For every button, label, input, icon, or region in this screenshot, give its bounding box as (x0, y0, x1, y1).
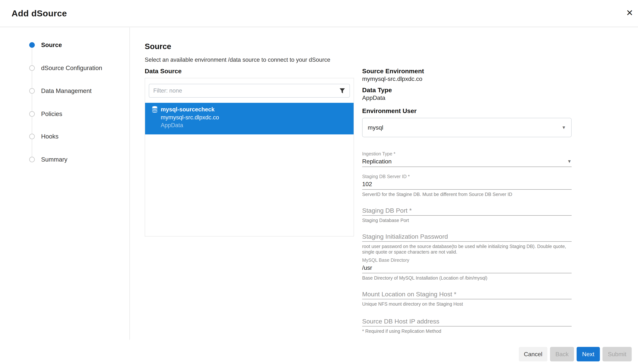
step-dot-active (29, 42, 35, 48)
step-dot (29, 134, 35, 139)
field-helper: root user password on the source databas… (362, 244, 571, 255)
filter-field[interactable] (149, 84, 350, 98)
sidebar-divider (130, 28, 130, 340)
mysql-base-directory-input[interactable]: /usr (362, 264, 571, 273)
step-label: Hooks (41, 133, 59, 140)
step-dsource-configuration[interactable]: dSource Configuration (29, 64, 102, 72)
step-label: Source (41, 42, 62, 48)
field-label: Ingestion Type * (362, 151, 571, 156)
step-summary[interactable]: Summary (29, 156, 67, 164)
filter-funnel-icon[interactable] (339, 88, 345, 94)
source-db-host-ip-input[interactable]: Source DB Host IP address (362, 318, 571, 326)
data-source-panel: mysql-sourcecheck mymysql-src.dlpxdc.co … (145, 78, 354, 236)
dialog-header: Add dSource ✕ (0, 0, 638, 27)
field-value: /usr (362, 264, 372, 272)
field-helper: Staging Database Port (362, 218, 571, 223)
source-environment-value: mymysql-src.dlpxdc.co (362, 75, 571, 82)
details-column: Source Environment mymysql-src.dlpxdc.co… (362, 67, 571, 334)
field-helper: * Required if using Replication Method (362, 328, 571, 334)
environment-user-select[interactable]: mysql ▼ (362, 118, 571, 137)
staging-db-server-id-input[interactable]: 102 (362, 180, 571, 190)
field-helper: Base Directory of MySQL Installation (Lo… (362, 275, 571, 281)
database-icon (152, 106, 158, 113)
step-label: Data Management (41, 87, 92, 94)
section-heading: Source (145, 42, 171, 51)
field-label: Staging DB Server ID * (362, 174, 571, 179)
next-button[interactable]: Next (577, 347, 600, 362)
field-label: Staging DB Port * (362, 207, 412, 214)
field-label: Staging Initialization Password (362, 233, 448, 240)
source-host: mymysql-src.dlpxdc.co (161, 114, 354, 122)
field-staging-db-server-id: Staging DB Server ID * 102 ServerID for … (362, 174, 571, 197)
field-staging-initialization-password: Staging Initialization Password root use… (362, 233, 571, 255)
field-value: 102 (362, 180, 372, 188)
staging-db-port-input[interactable]: Staging DB Port * (362, 207, 571, 216)
chevron-down-icon: ▼ (567, 159, 571, 164)
source-environment-label: Source Environment (362, 67, 571, 75)
data-source-list-item-selected[interactable]: mysql-sourcecheck mymysql-src.dlpxdc.co … (145, 103, 354, 134)
cancel-button[interactable]: Cancel (519, 347, 547, 362)
page-title: Add dSource (12, 8, 67, 18)
chevron-down-icon: ▼ (561, 125, 566, 130)
field-value: Replication (362, 158, 392, 165)
step-label: dSource Configuration (41, 64, 102, 72)
close-icon[interactable]: ✕ (624, 8, 635, 18)
step-label: Policies (41, 110, 62, 118)
source-data-type: AppData (161, 122, 354, 129)
environment-user-value: mysql (368, 124, 383, 131)
source-name: mysql-sourcecheck (161, 106, 215, 113)
field-helper: ServerID for the Stagine DB. Must be dif… (362, 192, 571, 197)
data-source-label: Data Source (145, 67, 182, 75)
section-subtitle: Select an available environment /data so… (145, 56, 330, 63)
step-dot (29, 111, 35, 117)
mount-location-input[interactable]: Mount Location on Staging Host * (362, 290, 571, 299)
field-helper: Unique NFS mount directory on the Stagin… (362, 301, 571, 307)
filter-input[interactable] (153, 87, 339, 94)
step-data-management[interactable]: Data Management (29, 87, 92, 95)
back-button: Back (550, 347, 574, 362)
step-label: Summary (41, 156, 67, 163)
step-dot (29, 157, 35, 162)
field-staging-db-port: Staging DB Port * Staging Database Port (362, 207, 571, 223)
step-policies[interactable]: Policies (29, 110, 62, 118)
field-mysql-base-directory: MySQL Base Directory /usr Base Directory… (362, 257, 571, 281)
step-source[interactable]: Source (29, 41, 62, 49)
field-mount-location-staging-host: Mount Location on Staging Host * Unique … (362, 290, 571, 307)
step-dot (29, 65, 35, 71)
field-source-db-host-ip: Source DB Host IP address * Required if … (362, 318, 571, 334)
ingestion-type-select[interactable]: Replication ▼ (362, 158, 571, 167)
staging-initialization-password-input[interactable]: Staging Initialization Password (362, 233, 571, 242)
environment-user-label: Environment User (362, 107, 571, 115)
dialog-footer: Cancel Back Next Submit (519, 347, 632, 362)
field-label: MySQL Base Directory (362, 257, 571, 263)
step-dot (29, 88, 35, 94)
data-type-label: Data Type (362, 86, 571, 94)
step-hooks[interactable]: Hooks (29, 132, 59, 140)
data-type-value: AppData (362, 94, 571, 102)
field-ingestion-type: Ingestion Type * Replication ▼ (362, 151, 571, 167)
field-label: Mount Location on Staging Host * (362, 290, 456, 298)
stepper-connector-line (32, 45, 32, 160)
field-label: Source DB Host IP address (362, 318, 439, 325)
submit-button: Submit (602, 347, 632, 362)
